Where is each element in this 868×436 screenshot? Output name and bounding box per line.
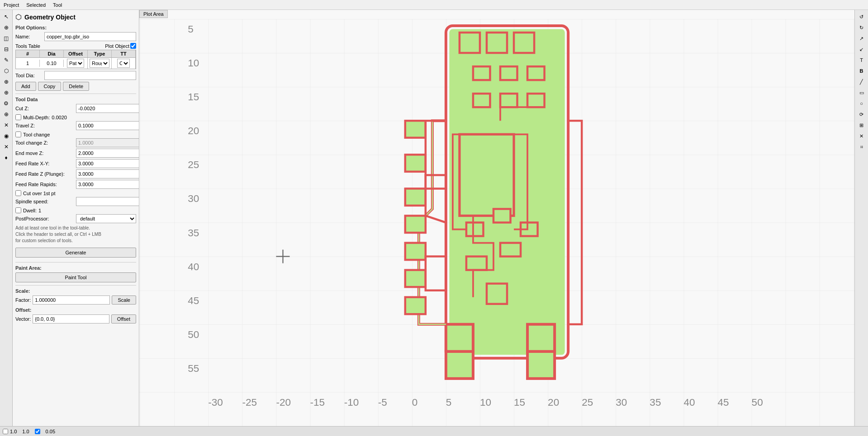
dwell-row: Dwell: 1 [15,207,136,213]
zoom-fit-icon[interactable]: ⊕ [1,23,11,33]
close-icon[interactable]: ✕ [1,120,11,130]
svg-text:50: 50 [188,329,199,340]
multi-depth-checkbox[interactable] [15,114,21,120]
offset-vector-input[interactable] [33,314,109,323]
add-icon[interactable]: ⊕ [1,77,11,87]
tool-change-checkbox[interactable] [15,131,21,137]
geo-icon[interactable]: ⬡ [1,66,11,76]
edit-icon[interactable]: ✎ [1,55,11,65]
postprocessor-select[interactable]: default [76,214,136,223]
menu-project[interactable]: Project [4,2,19,8]
bold-icon[interactable]: B [857,66,867,76]
spindle-speed-input[interactable] [76,197,139,206]
generate-button[interactable]: Generate [15,248,136,258]
undo-icon[interactable]: ↺ [857,12,867,22]
top-menu: Project Selected Tool [0,0,868,10]
svg-text:35: 35 [188,227,199,239]
type-select[interactable]: Rough [90,59,109,68]
plot-object-checkbox[interactable] [130,43,136,49]
panel-title: Geometry Object [24,14,76,21]
status-bar: 1.0 1.0 0.05 [0,426,868,436]
arrow-up-icon[interactable]: ↗ [857,33,867,43]
tools-table-label: Tools Table [15,43,40,49]
offset-select[interactable]: Path [67,59,84,68]
scale-factor-input[interactable] [33,295,110,305]
circle-icon[interactable]: ○ [857,98,867,108]
paint-tool-button[interactable]: Paint Tool [15,272,136,282]
panel-icon: ⬡ [15,13,22,21]
plot-area[interactable]: Plot Area 55 50 45 40 35 30 25 20 15 10 … [139,10,854,426]
cut-z-input[interactable] [76,104,139,113]
add2-icon[interactable]: ⊕ [1,88,11,98]
spindle-speed-label: Spindle speed: [15,199,74,204]
menu-selected[interactable]: Selected [26,2,46,8]
row-dia: 0.10 [40,60,64,67]
settings-icon[interactable]: ⚙ [1,98,11,108]
tool-change-z-input[interactable] [76,138,139,147]
col-offset: Offset [64,50,88,57]
right-sidebar: ↺ ↻ ↗ ↙ T B ╱ ▭ ○ ⟳ ⊞ ✕ ⌗ [854,10,868,426]
svg-text:50: 50 [752,397,763,408]
subtract-icon[interactable]: ⊟ [1,44,11,54]
add3-icon[interactable]: ⊕ [1,109,11,119]
rect-icon[interactable]: ▭ [857,88,867,98]
row-type: Rough [88,58,112,69]
multi-depth-value: 0.0020 [52,115,67,120]
svg-text:10: 10 [480,397,491,408]
tt-select[interactable]: C1 [117,59,130,68]
panel-header: ⬡ Geometry Object [15,13,136,21]
dwell-checkbox[interactable] [15,207,21,213]
svg-text:45: 45 [188,295,199,306]
rotate-icon[interactable]: ⟳ [857,109,867,119]
svg-text:25: 25 [188,159,199,170]
properties-panel: ⬡ Geometry Object Plot Options: Name: To… [13,10,139,426]
plot-object-label: Plot Object [105,43,129,49]
menu-tool[interactable]: Tool [53,2,62,8]
name-input[interactable] [44,32,136,41]
diamond-icon[interactable]: ♦ [1,153,11,163]
pointer-icon[interactable]: ↖ [1,12,11,22]
travel-z-input[interactable] [76,121,139,130]
status-checkbox2[interactable] [35,429,40,434]
offset-vector-label: Vector: [15,316,31,322]
feed-rate-xy-input[interactable] [76,159,139,168]
svg-text:-15: -15 [310,397,325,408]
text-icon[interactable]: T [857,55,867,65]
offset-label: Offset: [15,307,136,313]
end-move-z-input[interactable] [76,149,139,158]
line-icon[interactable]: ╱ [857,77,867,87]
tool-dia-label: Tool Dia: [15,73,43,78]
status-coord2: 0.05 [46,429,55,434]
postprocessor-row: PostProcessor: default [15,214,136,223]
offset-button[interactable]: Offset [111,314,136,323]
scale-button[interactable]: Scale [112,295,136,305]
spindle-speed-row: Spindle speed: [15,197,136,206]
row-num: 1 [16,60,40,67]
arrow-down-icon[interactable]: ↙ [857,44,867,54]
delete-icon[interactable]: ✕ [857,131,867,141]
redo-icon[interactable]: ↻ [857,23,867,33]
tool-dia-input[interactable] [44,71,136,80]
feed-rate-z-input[interactable] [76,169,139,178]
tool-dia-row: Tool Dia: [15,71,136,80]
svg-text:10: 10 [188,57,199,69]
status-checkbox[interactable] [3,429,8,434]
scale-row: Factor: Scale [15,295,136,305]
svg-rect-44 [466,257,487,270]
target-icon[interactable]: ◉ [1,131,11,141]
status-checkbox-item: 1.0 [3,429,17,434]
x-icon[interactable]: ✕ [1,142,11,152]
layers-icon[interactable]: ◫ [1,33,11,43]
cut-over-checkbox[interactable] [15,190,21,196]
tools-table-header: Tools Table Plot Object [15,43,136,49]
add-button[interactable]: Add [15,82,36,91]
copy-button[interactable]: Copy [38,82,62,91]
grid-icon[interactable]: ⊞ [857,120,867,130]
svg-rect-49 [473,94,490,107]
delete-button[interactable]: Delete [63,82,89,91]
svg-text:55: 55 [188,363,199,374]
feed-rate-rapids-input[interactable] [76,180,139,189]
svg-rect-52 [473,66,490,80]
plot-obj-row: Plot Object [105,43,136,49]
snap-icon[interactable]: ⌗ [857,142,867,152]
